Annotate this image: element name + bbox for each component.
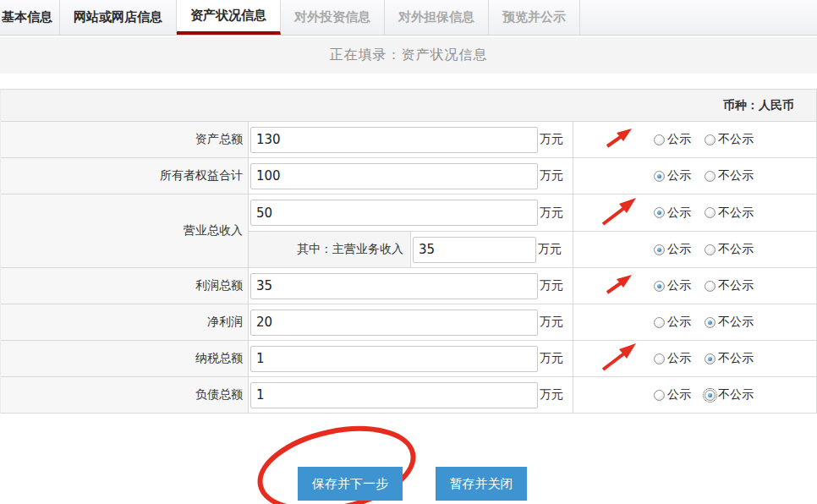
radio-option-public[interactable]: 公示 <box>654 315 691 330</box>
row-label: 所有者权益合计 <box>160 168 243 184</box>
radio-option-private[interactable]: 不公示 <box>705 315 754 330</box>
table-row: 所有者权益合计万元公示不公示 <box>1 158 816 194</box>
publish-choice-cell: 公示不公示 <box>573 194 816 231</box>
tab-预览并公示[interactable]: 预览并公示 <box>489 0 580 35</box>
radio-private-label: 不公示 <box>718 205 754 221</box>
amount-input[interactable] <box>250 200 538 226</box>
table-row: 净利润万元公示不公示 <box>1 304 816 341</box>
radio-public-button[interactable] <box>654 244 665 255</box>
publish-choice-cell: 公示不公示 <box>573 377 816 413</box>
tab-label: 预览并公示 <box>502 9 566 25</box>
publish-choice-cell: 公示不公示 <box>573 122 816 157</box>
publish-choice-cell: 公示不公示 <box>573 232 816 267</box>
radio-private-button[interactable] <box>705 281 716 292</box>
radio-private-button[interactable] <box>705 171 716 182</box>
subrow-detail: 其中：主营业务收入万元公示不公示 <box>249 231 816 267</box>
tab-label: 对外投资信息 <box>294 9 370 25</box>
unit-label: 万元 <box>540 205 563 221</box>
tab-label: 资产状况信息 <box>190 8 266 24</box>
radio-public-button[interactable] <box>654 317 665 328</box>
table-rows: 资产总额万元公示不公示所有者权益合计万元公示不公示营业总收入万元公示不公示其中：… <box>1 122 816 414</box>
radio-private-button[interactable] <box>705 207 716 218</box>
row-label-cell: 纳税总额 <box>1 341 249 376</box>
radio-public-button[interactable] <box>654 207 665 218</box>
tab-网站或网店信息[interactable]: 网站或网店信息 <box>60 0 177 35</box>
radio-option-private[interactable]: 不公示 <box>705 387 754 403</box>
radio-public-label: 公示 <box>667 351 691 366</box>
amount-cell: 万元 <box>249 268 573 304</box>
radio-option-private[interactable]: 不公示 <box>705 132 754 147</box>
radio-option-public[interactable]: 公示 <box>654 205 691 221</box>
row-label: 资产总额 <box>195 132 243 147</box>
unit-label: 万元 <box>540 351 563 366</box>
radio-option-public[interactable]: 公示 <box>654 387 691 403</box>
tab-对外投资信息[interactable]: 对外投资信息 <box>281 0 385 35</box>
radio-option-public[interactable]: 公示 <box>654 132 691 147</box>
radio-public-button[interactable] <box>654 171 665 182</box>
row-label: 利润总额 <box>195 278 243 293</box>
radio-public-label: 公示 <box>667 132 691 147</box>
radio-option-public[interactable]: 公示 <box>654 242 691 257</box>
amount-input[interactable] <box>250 310 538 336</box>
amount-input[interactable] <box>250 273 538 299</box>
publish-choice-cell: 公示不公示 <box>573 268 816 304</box>
tab-对外担保信息[interactable]: 对外担保信息 <box>385 0 489 35</box>
row-label-cell: 营业总收入 <box>1 194 249 267</box>
radio-public-label: 公示 <box>667 278 691 293</box>
tab-基本信息[interactable]: 基本信息 <box>0 0 60 35</box>
row-label: 负债总额 <box>195 387 243 403</box>
status-text: 正在填录：资产状况信息 <box>330 47 488 64</box>
radio-private-button[interactable] <box>705 390 716 401</box>
radio-public-label: 公示 <box>667 315 691 330</box>
radio-option-private[interactable]: 不公示 <box>705 242 754 257</box>
amount-input[interactable] <box>250 382 538 408</box>
amount-input[interactable] <box>250 346 538 372</box>
radio-option-private[interactable]: 不公示 <box>705 351 754 366</box>
radio-option-public[interactable]: 公示 <box>654 351 691 366</box>
radio-public-label: 公示 <box>667 168 691 184</box>
radio-public-button[interactable] <box>654 134 665 145</box>
radio-public-button[interactable] <box>654 390 665 401</box>
radio-option-public[interactable]: 公示 <box>654 168 691 184</box>
radio-private-button[interactable] <box>705 353 716 364</box>
save-close-button[interactable]: 暂存并关闭 <box>436 467 527 501</box>
amount-cell: 万元 <box>249 304 573 340</box>
tab-label: 对外担保信息 <box>398 9 474 25</box>
red-arrow-icon <box>604 273 633 299</box>
radio-private-label: 不公示 <box>718 351 754 366</box>
subrow-label-cell: 其中：主营业务收入 <box>249 232 411 267</box>
radio-public-label: 公示 <box>667 205 691 221</box>
radio-public-label: 公示 <box>667 387 691 403</box>
row-label: 纳税总额 <box>195 351 243 366</box>
row-label: 净利润 <box>207 315 243 330</box>
row-label-cell: 所有者权益合计 <box>1 158 249 194</box>
tab-资产状况信息[interactable]: 资产状况信息 <box>177 0 281 35</box>
row-label-cell: 资产总额 <box>1 122 249 157</box>
table-row: 纳税总额万元公示不公示 <box>1 341 816 377</box>
save-next-button[interactable]: 保存并下一步 <box>298 467 403 501</box>
tab-label: 基本信息 <box>2 9 52 25</box>
asset-table: 币种：人民币 资产总额万元公示不公示所有者权益合计万元公示不公示营业总收入万元公… <box>0 89 817 414</box>
radio-option-public[interactable]: 公示 <box>654 278 691 293</box>
unit-label: 万元 <box>540 315 563 330</box>
radio-option-private[interactable]: 不公示 <box>705 168 754 184</box>
radio-option-private[interactable]: 不公示 <box>705 278 754 293</box>
table-row: 营业总收入万元公示不公示其中：主营业务收入万元公示不公示 <box>1 194 816 268</box>
row-label-cell: 利润总额 <box>1 268 249 304</box>
radio-private-button[interactable] <box>705 134 716 145</box>
red-arrow-icon <box>599 196 638 230</box>
publish-choice-cell: 公示不公示 <box>573 158 816 194</box>
radio-private-button[interactable] <box>705 244 716 255</box>
row-group-right: 万元公示不公示其中：主营业务收入万元公示不公示 <box>249 194 816 267</box>
amount-cell: 万元 <box>249 158 573 194</box>
radio-option-private[interactable]: 不公示 <box>705 205 754 221</box>
radio-private-button[interactable] <box>705 317 716 328</box>
row-label-cell: 负债总额 <box>1 377 249 413</box>
status-band: 正在填录：资产状况信息 <box>0 37 817 74</box>
radio-public-button[interactable] <box>654 353 665 364</box>
amount-input[interactable] <box>250 127 538 153</box>
table-header: 币种：人民币 <box>1 90 816 122</box>
amount-input[interactable] <box>250 163 538 189</box>
amount-input[interactable] <box>413 237 536 263</box>
radio-public-button[interactable] <box>654 281 665 292</box>
